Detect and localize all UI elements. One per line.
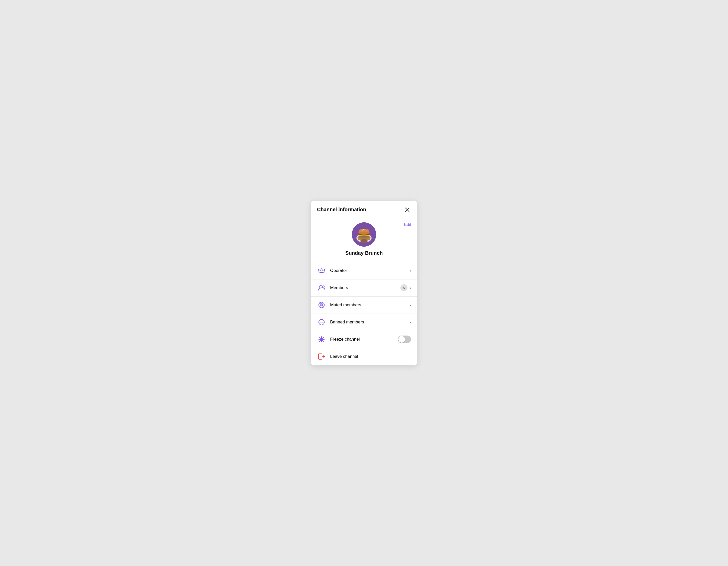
menu-item-muted-members[interactable]: Muted members › (311, 296, 417, 314)
menu-item-leave-channel[interactable]: Leave channel (311, 348, 417, 365)
menu-item-members[interactable]: Members 5 › (311, 280, 417, 296)
channel-name: Sunday Brunch (345, 250, 383, 256)
leave-icon (317, 352, 326, 361)
operator-right: › (409, 268, 411, 274)
leave-channel-label: Leave channel (330, 354, 411, 359)
ban-icon (317, 317, 326, 327)
svg-point-18 (322, 286, 324, 288)
muted-members-label: Muted members (330, 302, 409, 307)
svg-rect-29 (319, 354, 322, 359)
members-right: 5 › (400, 284, 411, 291)
edit-button[interactable]: Edit (404, 222, 411, 227)
channel-info-section: Edit (311, 218, 417, 262)
svg-rect-16 (320, 272, 324, 273)
freeze-channel-right (398, 335, 411, 343)
svg-point-14 (363, 229, 365, 230)
banned-members-chevron: › (409, 319, 411, 325)
freeze-channel-label: Freeze channel (330, 337, 398, 342)
menu-item-operator[interactable]: Operator › (311, 262, 417, 280)
members-chevron: › (409, 285, 411, 290)
people-icon (317, 283, 326, 292)
modal-title: Channel information (317, 207, 366, 213)
members-label: Members (330, 285, 400, 290)
members-badge: 5 (400, 284, 407, 291)
avatar-image (352, 222, 376, 247)
freeze-icon (317, 335, 326, 344)
menu-list: Operator › Members 5 › (311, 262, 417, 365)
muted-members-right: › (409, 302, 411, 308)
operator-chevron: › (409, 268, 411, 274)
modal-header: Channel information (311, 201, 417, 218)
freeze-toggle[interactable] (398, 335, 411, 343)
mute-icon (317, 300, 326, 309)
close-button[interactable] (403, 206, 411, 214)
toggle-knob (398, 336, 405, 343)
close-icon (404, 207, 410, 213)
crown-icon (317, 266, 326, 275)
svg-point-17 (320, 285, 322, 288)
menu-item-banned-members[interactable]: Banned members › (311, 314, 417, 331)
menu-item-freeze-channel[interactable]: Freeze channel (311, 331, 417, 348)
channel-avatar (352, 222, 376, 247)
svg-point-15 (360, 239, 368, 243)
muted-members-chevron: › (409, 302, 411, 308)
banned-members-right: › (409, 319, 411, 325)
operator-label: Operator (330, 268, 409, 273)
banned-members-label: Banned members (330, 319, 409, 325)
channel-info-modal: Channel information Edit (311, 201, 417, 365)
